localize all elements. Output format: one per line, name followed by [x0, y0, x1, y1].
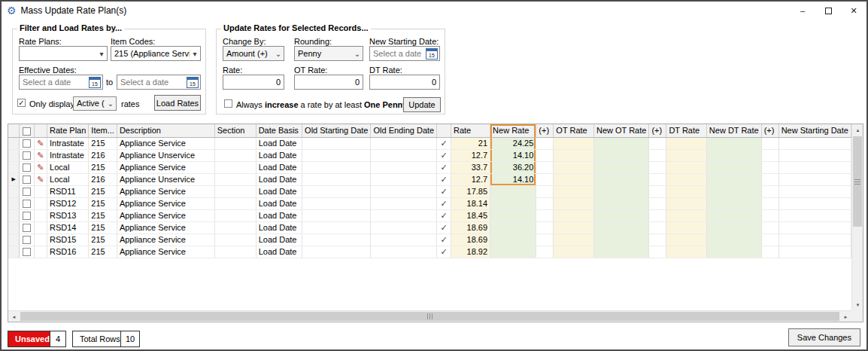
- cell-new_rate[interactable]: [490, 197, 536, 209]
- cell-new_rate[interactable]: [490, 221, 536, 233]
- cell-checkbox[interactable]: [20, 173, 34, 185]
- cell-dt_rate[interactable]: [666, 137, 706, 149]
- cell-ot_rate[interactable]: [554, 221, 594, 233]
- cell-dt_rate[interactable]: [666, 197, 706, 209]
- cell-new_ot_rate[interactable]: [593, 185, 648, 197]
- cell-checkbox[interactable]: [20, 137, 34, 149]
- cell-checkbox[interactable]: [20, 221, 34, 233]
- row-checkbox[interactable]: [23, 212, 31, 220]
- cell-rate[interactable]: 12.7: [451, 173, 490, 185]
- cell-new_rate[interactable]: [490, 233, 536, 246]
- cell-ot_rate[interactable]: [554, 197, 594, 209]
- cell-new_ot_rate[interactable]: [593, 246, 648, 258]
- cell-new_rate[interactable]: 24.25: [490, 137, 536, 149]
- row-checkbox[interactable]: [23, 163, 31, 172]
- cell-new_dt_rate[interactable]: [706, 233, 761, 246]
- cell-new_rate[interactable]: 14.10: [490, 149, 536, 161]
- active-rates-dropdown[interactable]: Active (✓) ⌄: [73, 96, 117, 111]
- cell-rate[interactable]: 18.92: [451, 246, 490, 258]
- cell-new_dt_rate[interactable]: [706, 246, 761, 258]
- select-all-checkbox[interactable]: [23, 127, 31, 136]
- row-checkbox[interactable]: [23, 139, 31, 148]
- col-header-new_rate[interactable]: New Rate: [490, 124, 536, 137]
- row-checkbox[interactable]: [23, 224, 31, 232]
- ot-rate-input[interactable]: [294, 75, 363, 90]
- cell-new_ot_rate[interactable]: [593, 209, 648, 221]
- horizontal-scroll-thumb[interactable]: [20, 312, 839, 321]
- new-starting-date-picker[interactable]: Select a date 15: [369, 46, 440, 61]
- row-checkbox[interactable]: [23, 200, 31, 208]
- cell-checkbox[interactable]: [20, 246, 34, 258]
- cell-checkbox[interactable]: [20, 149, 34, 161]
- cell-new_rate[interactable]: 36.20: [490, 161, 536, 173]
- cell-checkbox[interactable]: [20, 161, 34, 173]
- item-codes-dropdown[interactable]: 215 (Appliance Service... ▾: [111, 46, 201, 61]
- rate-input[interactable]: [223, 75, 284, 90]
- cell-checkbox[interactable]: [20, 209, 34, 221]
- effective-date-from-picker[interactable]: Select a date 15: [19, 75, 103, 90]
- cell-ot_rate[interactable]: [554, 209, 594, 221]
- col-header-date_basis[interactable]: Date Basis: [256, 124, 302, 137]
- col-header-item[interactable]: Item...: [89, 124, 117, 137]
- col-header-plus3[interactable]: (+): [761, 124, 778, 137]
- cell-dt_rate[interactable]: [666, 149, 706, 161]
- vertical-scroll-thumb[interactable]: [853, 136, 862, 227]
- cell-rate[interactable]: 17.85: [451, 185, 490, 197]
- cell-dt_rate[interactable]: [666, 246, 706, 258]
- col-header-description[interactable]: Description: [117, 124, 214, 137]
- horizontal-scrollbar[interactable]: ◄ ►: [8, 310, 851, 322]
- cell-rate[interactable]: 33.7: [451, 161, 490, 173]
- cell-new_rate[interactable]: [490, 209, 536, 221]
- cell-checkbox[interactable]: [20, 197, 34, 209]
- cell-ot_rate[interactable]: [554, 246, 594, 258]
- change-by-dropdown[interactable]: Amount (+) ⌄: [223, 46, 284, 61]
- cell-new_dt_rate[interactable]: [706, 209, 761, 221]
- cell-new_ot_rate[interactable]: [593, 137, 648, 149]
- cell-ot_rate[interactable]: [554, 137, 594, 149]
- col-header-new_ot_rate[interactable]: New OT Rate: [593, 124, 648, 137]
- row-checkbox[interactable]: [23, 188, 31, 196]
- cell-dt_rate[interactable]: [666, 185, 706, 197]
- cell-checkbox[interactable]: [20, 233, 34, 246]
- cell-ot_rate[interactable]: [554, 173, 594, 185]
- cell-dt_rate[interactable]: [666, 161, 706, 173]
- col-header-new_dt_rate[interactable]: New DT Rate: [706, 124, 761, 137]
- cell-new_ot_rate[interactable]: [593, 221, 648, 233]
- cell-new_ot_rate[interactable]: [593, 149, 648, 161]
- col-header-old_ending_date[interactable]: Old Ending Date: [371, 124, 437, 137]
- cell-new_rate[interactable]: [490, 246, 536, 258]
- only-display-checkbox[interactable]: ✓: [17, 99, 26, 107]
- maximize-button[interactable]: [815, 2, 841, 20]
- scroll-down-icon[interactable]: ▼: [852, 299, 863, 310]
- rate-plans-dropdown[interactable]: ▾: [19, 46, 108, 61]
- scroll-right-icon[interactable]: ►: [840, 311, 851, 322]
- cell-new_dt_rate[interactable]: [706, 149, 761, 161]
- cell-ot_rate[interactable]: [554, 185, 594, 197]
- cell-ot_rate[interactable]: [554, 149, 594, 161]
- col-header-old_starting_date[interactable]: Old Starting Date: [302, 124, 371, 137]
- cell-checkbox[interactable]: [20, 185, 34, 197]
- row-checkbox[interactable]: [23, 236, 31, 244]
- rounding-dropdown[interactable]: Penny ⌄: [294, 46, 363, 61]
- row-checkbox[interactable]: [23, 176, 31, 184]
- cell-rate[interactable]: 18.14: [451, 197, 490, 209]
- col-header-plus1[interactable]: (+): [536, 124, 554, 137]
- row-checkbox[interactable]: [23, 151, 31, 160]
- cell-rate[interactable]: 18.69: [451, 233, 490, 246]
- cell-rate[interactable]: 21: [451, 137, 490, 149]
- penny-checkbox[interactable]: [224, 99, 232, 108]
- save-changes-button[interactable]: Save Changes: [788, 328, 860, 346]
- col-header-plus2[interactable]: (+): [649, 124, 666, 137]
- dt-rate-input[interactable]: [369, 75, 440, 90]
- col-header-rate[interactable]: Rate: [451, 124, 490, 137]
- cell-new_dt_rate[interactable]: [706, 221, 761, 233]
- cell-new_dt_rate[interactable]: [706, 161, 761, 173]
- cell-new_dt_rate[interactable]: [706, 197, 761, 209]
- col-header-new_starting_date[interactable]: New Starting Date: [778, 124, 851, 137]
- cell-rate[interactable]: 12.7: [451, 149, 490, 161]
- load-rates-button[interactable]: Load Rates: [154, 95, 201, 111]
- col-header-section[interactable]: Section: [214, 124, 256, 137]
- cell-ot_rate[interactable]: [554, 233, 594, 246]
- cell-new_dt_rate[interactable]: [706, 137, 761, 149]
- cell-dt_rate[interactable]: [666, 173, 706, 185]
